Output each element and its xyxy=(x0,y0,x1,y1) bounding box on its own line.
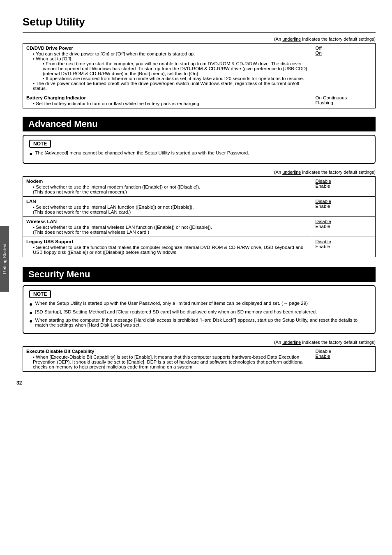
lan-options: Disable Enable xyxy=(312,196,375,216)
advanced-note-box: NOTE ● The [Advanced] menu cannot be cha… xyxy=(23,135,376,164)
modem-line1: • Select whether to use the internal mod… xyxy=(26,184,309,189)
legacy-usb-cell: Legacy USB Support • Select whether to u… xyxy=(23,237,312,257)
security-table: Execute-Disable Bit Capability • When [E… xyxy=(23,346,376,372)
adv-note-prefix: (An xyxy=(274,170,282,175)
advanced-table: Modem • Select whether to use the intern… xyxy=(23,176,376,257)
side-tab: Getting Started xyxy=(0,226,9,292)
cd-dvd-opt2: On xyxy=(316,51,372,55)
execute-disable-line1: • When [Execute-Disable Bit Capability] … xyxy=(26,355,309,369)
security-note-item1: ● When the Setup Utility is started up w… xyxy=(29,301,369,308)
legacy-usb-line1: • Select whether to use the function tha… xyxy=(26,245,309,255)
cd-dvd-opt1: Off xyxy=(316,46,372,51)
modem-opt1: Disable xyxy=(316,179,372,184)
table-row: Wireless LAN • Select whether to use the… xyxy=(23,216,376,237)
security-note-text1: When the Setup Utility is started up wit… xyxy=(35,301,308,306)
factory-note-underline: underline xyxy=(282,37,301,41)
table-row: Modem • Select whether to use the intern… xyxy=(23,176,376,196)
advanced-note-label: NOTE xyxy=(29,140,51,148)
battery-title: Battery Charging Indicator xyxy=(26,95,309,100)
advanced-menu-title: Advanced Menu xyxy=(23,117,376,131)
cd-dvd-line1: • You can set the drive power to [On] or… xyxy=(26,51,309,56)
wireless-options: Disable Enable xyxy=(312,216,375,237)
sec-note-suffix: indicates the factory default settings) xyxy=(301,340,376,345)
execute-disable-opt2: Enable xyxy=(316,354,372,359)
lan-opt2: Enable xyxy=(316,204,372,209)
factory-note-prefix: (An xyxy=(274,37,282,41)
wireless-opt2: Enable xyxy=(316,224,372,229)
bullet-icon: ● xyxy=(29,150,32,157)
cd-dvd-options: Off On xyxy=(312,44,375,93)
cd-dvd-line4: • If operations are resumed from hiberna… xyxy=(26,76,309,81)
wireless-cell: Wireless LAN • Select whether to use the… xyxy=(23,216,312,237)
cd-dvd-title: CD/DVD Drive Power xyxy=(26,46,309,51)
title-divider xyxy=(23,32,376,33)
modem-opt2: Enable xyxy=(316,184,372,189)
battery-options: On Continuous Flashing xyxy=(312,93,375,108)
security-note-box: NOTE ● When the Setup Utility is started… xyxy=(23,285,376,334)
legacy-usb-title: Legacy USB Support xyxy=(26,239,309,244)
legacy-usb-opt2: Enable xyxy=(316,244,372,249)
modem-options: Disable Enable xyxy=(312,176,375,196)
cd-dvd-line2: • When set to [Off]: xyxy=(26,56,309,61)
modem-line2: (This does not work for the external mod… xyxy=(26,189,309,194)
table-row: Battery Charging Indicator • Set the bat… xyxy=(23,93,376,108)
lan-opt1: Disable xyxy=(316,199,372,204)
security-note-item2: ● [SD Startup], [SD Setting Method] and … xyxy=(29,309,369,316)
security-note-label: NOTE xyxy=(29,290,51,298)
factory-note: (An underline indicates the factory defa… xyxy=(23,37,376,41)
table-row: CD/DVD Drive Power • You can set the dri… xyxy=(23,44,376,93)
wireless-line1: • Select whether to use the internal wir… xyxy=(26,225,309,230)
table-row: Execute-Disable Bit Capability • When [E… xyxy=(23,347,376,372)
bullet-icon: ● xyxy=(29,309,32,316)
advanced-factory-note: (An underline indicates the factory defa… xyxy=(23,170,376,175)
page-container: Getting Started Setup Utility (An underl… xyxy=(0,0,392,394)
battery-line1: • Set the battery indicator to turn on o… xyxy=(26,101,309,106)
execute-disable-options: Disable Enable xyxy=(312,347,375,372)
adv-note-underline: underline xyxy=(282,170,301,175)
page-number: 32 xyxy=(16,380,22,386)
wireless-opt1: Disable xyxy=(316,219,372,224)
security-note-text2: [SD Startup], [SD Setting Method] and [C… xyxy=(35,309,317,314)
setup-utility-table: CD/DVD Drive Power • You can set the dri… xyxy=(23,43,376,108)
execute-disable-opt1: Disable xyxy=(316,349,372,354)
side-tab-label: Getting Started xyxy=(2,244,7,274)
security-menu-section: Security Menu NOTE ● When the Setup Util… xyxy=(23,267,376,372)
security-menu-title: Security Menu xyxy=(23,267,376,282)
bullet-icon: ● xyxy=(29,301,32,308)
execute-disable-cell: Execute-Disable Bit Capability • When [E… xyxy=(23,347,312,372)
cd-dvd-line5: • The drive power cannot be turned on/of… xyxy=(26,81,309,91)
lan-line1: • Select whether to use the internal LAN… xyxy=(26,205,309,210)
wireless-line2: (This does not work for the external wir… xyxy=(26,230,309,235)
battery-cell: Battery Charging Indicator • Set the bat… xyxy=(23,93,312,108)
table-row: LAN • Select whether to use the internal… xyxy=(23,196,376,216)
security-factory-note: (An underline indicates the factory defa… xyxy=(23,340,376,345)
battery-opt1: On Continuous xyxy=(316,95,372,100)
legacy-usb-opt1: Disable xyxy=(316,239,372,244)
execute-disable-title: Execute-Disable Bit Capability xyxy=(26,349,309,354)
battery-opt2: Flashing xyxy=(316,100,372,105)
wireless-title: Wireless LAN xyxy=(26,219,309,224)
factory-note-suffix: indicates the factory default settings) xyxy=(301,37,376,41)
lan-title: LAN xyxy=(26,199,309,204)
adv-note-suffix: indicates the factory default settings) xyxy=(301,170,376,175)
table-row: Legacy USB Support • Select whether to u… xyxy=(23,237,376,257)
security-note-item3: ● When starting up the computer, if the … xyxy=(29,318,369,327)
bullet-icon: ● xyxy=(29,318,32,325)
advanced-note-item1: ● The [Advanced] menu cannot be changed … xyxy=(29,150,369,157)
modem-cell: Modem • Select whether to use the intern… xyxy=(23,176,312,196)
legacy-usb-options: Disable Enable xyxy=(312,237,375,257)
cd-dvd-line3: • From the next time you start the compu… xyxy=(26,61,309,76)
cd-dvd-cell: CD/DVD Drive Power • You can set the dri… xyxy=(23,44,312,93)
modem-title: Modem xyxy=(26,179,309,184)
lan-cell: LAN • Select whether to use the internal… xyxy=(23,196,312,216)
advanced-note-text1: The [Advanced] menu cannot be changed wh… xyxy=(35,150,249,155)
security-note-text3: When starting up the computer, if the me… xyxy=(35,318,369,327)
sec-note-underline: underline xyxy=(282,340,301,345)
advanced-menu-section: Advanced Menu NOTE ● The [Advanced] menu… xyxy=(23,117,376,257)
lan-line2: (This does not work for the external LAN… xyxy=(26,210,309,214)
sec-note-prefix: (An xyxy=(274,340,282,345)
page-title: Setup Utility xyxy=(23,16,376,28)
